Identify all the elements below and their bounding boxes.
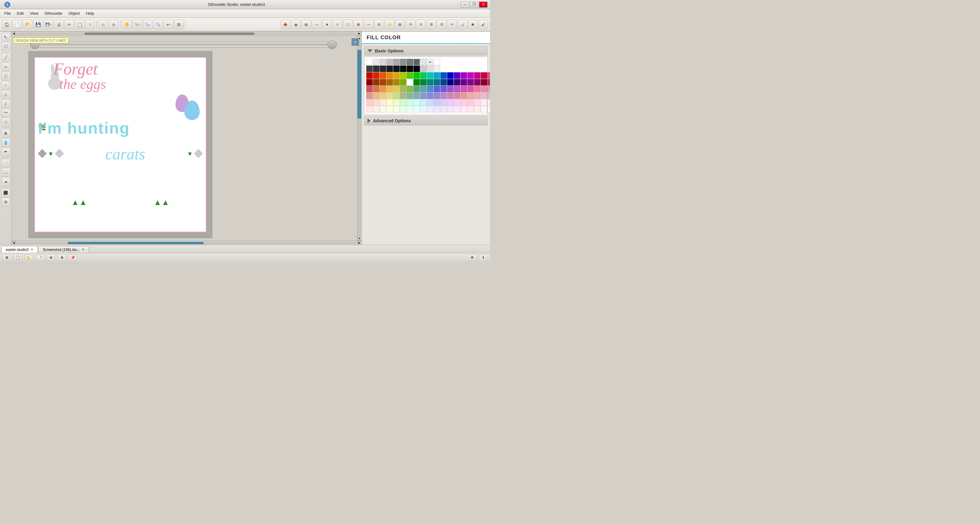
status-btn-5[interactable]: ⊛ <box>46 254 55 261</box>
swatch-mid-gray1[interactable] <box>393 59 400 65</box>
send-button[interactable]: 📤 <box>280 20 290 29</box>
swatch-mid-gray2[interactable] <box>400 59 406 65</box>
fill-tool[interactable]: ✒ <box>2 147 10 156</box>
pan-button[interactable]: ✋ <box>122 20 132 29</box>
zoom-out-button[interactable]: 🔍- <box>143 20 153 29</box>
swatch-dark5[interactable] <box>393 65 400 72</box>
eraser-tool[interactable]: ◻ <box>2 118 10 126</box>
panel-tool2[interactable]: ⊞ <box>2 197 10 206</box>
draw-triangle-tool[interactable]: △ <box>2 90 10 99</box>
eyedropper-tool[interactable]: 💧 <box>2 138 10 147</box>
save-as-button[interactable]: 💾+ <box>43 20 53 29</box>
bottom-horizontal-scrollbar[interactable]: ◀ ▶ <box>12 240 361 245</box>
swatch-light-gray2[interactable] <box>380 59 386 65</box>
swatch-lg2[interactable] <box>427 65 433 72</box>
style-button[interactable]: ◉ <box>468 20 478 29</box>
weld-button[interactable]: ⊞ <box>426 20 436 29</box>
trace-button[interactable]: 📊 <box>458 20 467 29</box>
status-btn-2[interactable]: 📋 <box>13 254 22 261</box>
tab-easter-close[interactable]: ✕ <box>30 248 33 251</box>
menu-edit[interactable]: Edit <box>14 10 27 17</box>
sketch-button[interactable]: ✏ <box>447 20 457 29</box>
align-button[interactable]: ◈ <box>291 20 301 29</box>
paint-button[interactable]: 🖌 <box>478 20 488 29</box>
select-tool[interactable]: ↖ <box>2 33 10 41</box>
swatch-dark-gray1[interactable] <box>407 59 413 65</box>
freehand-tool[interactable]: 〜 <box>2 108 10 117</box>
library-tool[interactable]: ☁ <box>2 177 10 186</box>
v-scroll-track[interactable] <box>357 40 361 236</box>
draw-rounded-rect-tool[interactable]: ▢ <box>2 72 10 80</box>
scroll-left-arrow[interactable]: ◀ <box>12 32 16 36</box>
close-button[interactable]: ✕ <box>479 2 488 8</box>
panel-tool1[interactable]: ⬛ <box>2 188 10 197</box>
scroll-left-arrow-bottom[interactable]: ◀ <box>12 241 16 245</box>
h-scroll-track-bottom[interactable] <box>16 242 356 244</box>
zoom-in-button[interactable]: 🔍+ <box>132 20 142 29</box>
rotate-button[interactable]: ↩ <box>164 20 173 29</box>
swatch-light-gray3[interactable] <box>387 59 393 65</box>
swatch-empty[interactable] <box>434 59 440 65</box>
status-btn-4[interactable]: 📝 <box>35 254 44 261</box>
tab-screenshot-close[interactable]: ✕ <box>82 248 84 251</box>
bool-button[interactable]: ⊝ <box>416 20 426 29</box>
swatch-dark4[interactable] <box>387 65 393 72</box>
status-btn-1[interactable]: ⊞ <box>2 254 11 261</box>
undo-button[interactable]: ⎌ <box>98 20 108 29</box>
text-button[interactable]: A <box>374 20 384 29</box>
page-tool[interactable]: 📖 <box>2 168 10 177</box>
menu-file[interactable]: File <box>1 10 14 17</box>
ungroup-button[interactable]: ⊜ <box>406 20 415 29</box>
group-button[interactable]: ⊛ <box>395 20 405 29</box>
menu-view[interactable]: View <box>27 10 41 17</box>
scroll-right-arrow[interactable]: ▶ <box>357 32 361 36</box>
replicate-button[interactable]: ⊕ <box>301 20 311 29</box>
redo-button[interactable]: ⎊ <box>109 20 119 29</box>
basic-options-header[interactable]: Basic Options <box>364 46 488 56</box>
swatch-light-gray1[interactable] <box>373 59 379 65</box>
status-btn-3[interactable]: 📐 <box>24 254 33 261</box>
draw-circle-tool[interactable]: ○ <box>2 81 10 89</box>
save-button[interactable]: 💾 <box>33 20 43 29</box>
swatch-dark-gray2[interactable] <box>414 59 420 65</box>
swatch-dark7[interactable] <box>407 65 413 72</box>
grid-button[interactable]: ⊞ <box>174 20 184 29</box>
knife-button[interactable]: ⚔ <box>332 20 342 29</box>
horizontal-scrollbar[interactable]: ◀ ▶ <box>12 32 361 36</box>
draw-rect-tool[interactable]: ▭ <box>2 62 10 71</box>
swatch-dark3[interactable] <box>380 65 386 72</box>
swatch-pattern[interactable] <box>420 59 426 65</box>
h-scroll-thumb-bottom[interactable] <box>68 242 204 244</box>
swatch-eyedropper[interactable]: ✒ <box>427 59 433 65</box>
swatch-black[interactable] <box>414 65 420 72</box>
swatch-white[interactable] <box>366 59 373 65</box>
new-doc-button[interactable]: 📄 <box>12 20 22 29</box>
h-scroll-track[interactable] <box>16 32 356 35</box>
point-edit-button[interactable]: ✦ <box>322 20 332 29</box>
status-btn-7[interactable]: 📌 <box>68 254 77 261</box>
zoom-fit-button[interactable]: 🔍 <box>153 20 163 29</box>
status-btn-6[interactable]: ⊗ <box>57 254 66 261</box>
expand-panel-button[interactable]: » <box>352 38 359 46</box>
draw-bezier-tool[interactable]: ∫ <box>2 99 10 108</box>
restore-button[interactable]: ❐ <box>470 2 478 8</box>
menu-object[interactable]: Object <box>65 10 83 17</box>
subtract-button[interactable]: ⊟ <box>437 20 447 29</box>
delete-button[interactable]: ✕ <box>85 20 95 29</box>
copy-button[interactable]: 📋 <box>75 20 84 29</box>
node-tool[interactable]: ⬡ <box>2 42 10 51</box>
fill-button[interactable]: ▣ <box>353 20 363 29</box>
advanced-options-header[interactable]: Advanced Options <box>364 116 488 125</box>
eraser-button[interactable]: ◻ <box>343 20 353 29</box>
cut-button[interactable]: ✂ <box>64 20 74 29</box>
cut-preview-tool[interactable]: ⬜ <box>2 159 10 167</box>
tab-screenshot[interactable]: Screenshot (156).stu... ✕ <box>38 246 89 253</box>
text-tool[interactable]: A <box>2 129 10 138</box>
v-scroll-thumb[interactable] <box>357 50 361 119</box>
swatch-lg1[interactable] <box>420 65 426 72</box>
menu-help[interactable]: Help <box>83 10 97 17</box>
tab-easter[interactable]: easter.studio3 ✕ <box>1 246 38 253</box>
swatch-lg3[interactable] <box>434 65 440 72</box>
swatch-dark2[interactable] <box>373 65 379 72</box>
minimize-button[interactable]: ─ <box>461 2 469 8</box>
